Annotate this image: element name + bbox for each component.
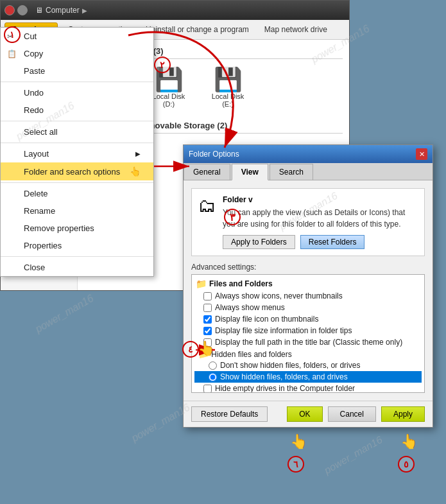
ctx-copy-label: Copy: [24, 49, 43, 58]
ok-button[interactable]: OK: [287, 406, 322, 422]
ctx-properties[interactable]: Properties: [1, 237, 153, 254]
advanced-tree-list[interactable]: 📁 Files and Folders Always show icons, n…: [191, 274, 425, 393]
ctx-paste-label: Paste: [24, 66, 45, 76]
tab-general[interactable]: General: [184, 164, 230, 180]
dialog-body: 🗂 Folder v You can apply the view (such …: [184, 180, 433, 401]
ctx-cut[interactable]: ✂ Cut: [1, 28, 153, 45]
path-arrow: ▶: [82, 7, 87, 14]
hidden-files-icon: 📁: [198, 349, 209, 359]
advanced-settings-title: Advanced settings:: [191, 263, 425, 272]
ctx-selectall[interactable]: Select all: [1, 123, 153, 141]
sep-1: [1, 82, 153, 82]
uninstall-item[interactable]: Uninstall or change a program: [141, 23, 254, 36]
watermark-4: power_man16: [33, 293, 96, 335]
watermark-6: power_man16: [322, 434, 384, 476]
files-folders-icon: 📁: [196, 279, 207, 289]
ctx-layout[interactable]: Layout ▶: [1, 145, 153, 162]
full-path-item[interactable]: Display the full path in the title bar (…: [194, 336, 422, 348]
folder-view-heading: Folder v: [223, 195, 418, 204]
title-path: Computer: [46, 6, 80, 15]
ctx-folder-options[interactable]: Folder and search options 👆: [1, 162, 153, 180]
sep-3: [1, 143, 153, 143]
always-menus-label: Always show menus: [215, 303, 285, 312]
ctx-close[interactable]: Close: [1, 259, 153, 276]
hide-empty-drives-item[interactable]: Hide empty drives in the Computer folder: [194, 383, 422, 393]
ctx-remove-props-label: Remove properties: [24, 223, 94, 233]
always-menus-checkbox[interactable]: [203, 304, 212, 312]
ctx-delete-label: Delete: [24, 189, 48, 198]
ctx-redo-label: Redo: [24, 105, 44, 115]
pointer-5: 👆: [400, 433, 418, 450]
dialog-title-bar: Folder Options ✕: [184, 145, 433, 163]
ctx-undo[interactable]: Undo: [1, 84, 153, 101]
hide-empty-drives-checkbox[interactable]: [203, 385, 212, 393]
show-hidden-label: Show hidden files, folders, and drives: [220, 372, 348, 381]
ctx-paste[interactable]: Paste: [1, 62, 153, 80]
show-hidden-item[interactable]: Show hidden files, folders, and drives: [194, 371, 422, 383]
ctx-redo[interactable]: Redo: [1, 101, 153, 119]
pointer-6: 👆: [290, 433, 307, 450]
folder-view-description: You can apply the view (such as Details …: [223, 207, 418, 230]
drive-e-label: Local Disk(E:): [212, 92, 244, 108]
ctx-copy[interactable]: 📋 Copy: [1, 45, 153, 62]
sep-4: [1, 182, 153, 183]
ctx-rename-label: Rename: [24, 206, 55, 216]
cancel-button[interactable]: Cancel: [328, 406, 376, 422]
ctx-layout-label: Layout: [24, 149, 49, 159]
ctx-rename[interactable]: Rename: [1, 202, 153, 220]
sep-5: [1, 256, 153, 257]
ctx-delete[interactable]: Delete: [1, 185, 153, 202]
layout-arrow-icon: ▶: [135, 150, 141, 157]
dont-show-radio[interactable]: [209, 361, 217, 370]
file-icon-thumbnails-item[interactable]: Display file icon on thumbnails: [194, 313, 422, 325]
ctx-properties-label: Properties: [24, 241, 62, 250]
circle-num-5: ٥: [398, 456, 415, 473]
dialog-footer: Restore Defaults OK Cancel Apply: [184, 401, 433, 427]
folder-view-icon: 🗂: [198, 195, 216, 216]
always-menus-item[interactable]: Always show menus: [194, 302, 422, 313]
apply-button[interactable]: Apply: [381, 406, 425, 422]
folder-options-dialog: Folder Options ✕ General View Search 🗂 F…: [183, 144, 433, 428]
ctx-selectall-label: Select all: [24, 127, 58, 137]
file-size-checkbox[interactable]: [203, 327, 212, 335]
always-icons-label: Always show icons, never thumbnails: [215, 291, 343, 300]
reset-folders-button[interactable]: Reset Folders: [300, 235, 365, 249]
always-icons-item[interactable]: Always show icons, never thumbnails: [194, 290, 422, 302]
dialog-close-button[interactable]: ✕: [416, 148, 427, 160]
dont-show-hidden-item[interactable]: Don't show hidden files, folders, or dri…: [194, 360, 422, 371]
ctx-cut-label: Cut: [24, 31, 37, 41]
dialog-title: Folder Options: [189, 150, 239, 159]
ctx-folder-label: Folder and search options: [24, 167, 120, 177]
title-bar: 🖥 Computer ▶: [1, 1, 349, 20]
show-hidden-radio[interactable]: [209, 373, 217, 381]
file-size-item[interactable]: Display file size information in folder …: [194, 325, 422, 336]
ctx-remove-props[interactable]: Remove properties: [1, 220, 153, 237]
restore-defaults-button[interactable]: Restore Defaults: [191, 406, 268, 422]
full-path-label: Display the full path in the title bar (…: [215, 338, 402, 347]
annotation-6: ٦: [287, 456, 304, 473]
sep-2: [1, 121, 153, 121]
context-menu: ✂ Cut 📋 Copy Paste Undo Redo Select all …: [0, 27, 154, 277]
min-btn[interactable]: [17, 5, 28, 15]
drive-d-label: Local Disk(D:): [153, 92, 185, 108]
map-network-item[interactable]: Map network drive: [259, 23, 332, 36]
dialog-action-buttons: OK Cancel Apply: [287, 406, 425, 422]
full-path-checkbox[interactable]: [203, 338, 212, 347]
files-folders-group: 📁 Files and Folders: [194, 277, 422, 290]
ctx-close-label: Close: [24, 263, 45, 272]
close-btn[interactable]: [4, 5, 15, 15]
apply-to-folders-button[interactable]: Apply to Folders: [223, 235, 295, 249]
dont-show-label: Don't show hidden files, folders, or dri…: [220, 361, 360, 370]
file-size-label: Display file size information in folder …: [215, 326, 352, 335]
tab-view[interactable]: View: [232, 164, 268, 180]
always-icons-checkbox[interactable]: [203, 292, 212, 300]
path-icon: 🖥: [35, 6, 43, 15]
file-icon-thumbnails-checkbox[interactable]: [203, 315, 212, 324]
drive-e[interactable]: 💾 Local Disk(E:): [202, 65, 253, 110]
hidden-files-label: Hidden files and folders: [211, 350, 291, 359]
dialog-tabs: General View Search: [184, 163, 433, 180]
folder-pointer-icon: 👆: [130, 166, 141, 177]
tab-search[interactable]: Search: [270, 164, 313, 180]
folder-view-section: 🗂 Folder v You can apply the view (such …: [191, 188, 425, 256]
advanced-section: Advanced settings: 📁 Files and Folders A…: [191, 263, 425, 393]
